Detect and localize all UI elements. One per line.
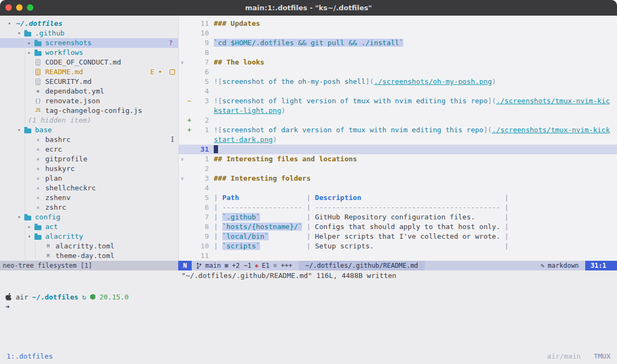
diagnostics-count: E1 — [262, 261, 269, 270]
expander-icon[interactable]: ▾ — [15, 212, 23, 222]
tree-guide — [15, 106, 25, 116]
editor-line[interactable]: 11### Updates — [179, 19, 617, 28]
editor-line[interactable]: 5![screenshot of the oh-my-posh shell](.… — [179, 77, 617, 87]
tree-item-dotfiles[interactable]: ▾~/.dotfiles — [0, 19, 178, 28]
editor-line[interactable]: 4 — [179, 87, 617, 96]
close-button[interactable] — [5, 4, 12, 11]
tree-item-1-hidden-item[interactable]: (1 hidden item) — [0, 116, 178, 125]
tree-item-code-of-conduct-md[interactable]: CODE_OF_CONDUCT.md — [0, 58, 178, 67]
editor-line[interactable]: 2 — [179, 164, 617, 174]
line-number: 11 — [193, 19, 214, 28]
line-text — [214, 145, 617, 154]
folder-icon — [23, 125, 32, 135]
tree-item-readme-md[interactable]: README.mdE • — [0, 67, 178, 77]
shell-area[interactable]: air ~/.dotfiles ↻ 20.15.0 ➜ — [0, 281, 617, 348]
tmux-window-label[interactable]: 1:.dotfiles — [6, 352, 53, 360]
tree-guide — [5, 203, 15, 212]
editor-line[interactable]: ∨3### Interesting folders — [179, 174, 617, 183]
fold-marker-icon[interactable]: ∨ — [179, 154, 186, 164]
editor-line[interactable]: ∨1## Interesting files and locations — [179, 154, 617, 164]
editor-line[interactable]: 9`cd $HOME/.dotfiles && git pull && ./in… — [179, 38, 617, 48]
editor-line[interactable]: ~3![screenshot of light version of tmux … — [179, 96, 617, 106]
editor-line[interactable]: 8 — [179, 48, 617, 58]
fold-marker-icon — [179, 19, 186, 28]
tree-item-zshenv[interactable]: ∗zshenv — [0, 193, 178, 203]
statusline-filepath: ~/.dotfiles/.github/README.md — [299, 261, 425, 270]
traffic-lights — [5, 4, 33, 11]
node-icon — [90, 294, 95, 300]
tree-guide — [15, 203, 25, 212]
tree-item-tag-changelog-config-js[interactable]: JStag-changelog-config.js — [0, 106, 178, 116]
expander-icon[interactable]: ▸ — [25, 48, 33, 58]
tree-item-bashrc[interactable]: ∗bashrcI — [0, 135, 178, 145]
expander-icon[interactable]: ▾ — [15, 28, 23, 38]
tree-item-screenshots[interactable]: ▸screenshots? — [0, 38, 178, 48]
tree-item-zshrc[interactable]: ∗zshrc — [0, 203, 178, 212]
tree-item-base[interactable]: ▾base — [0, 125, 178, 135]
expander-icon[interactable]: ▸ — [25, 222, 33, 232]
editor-line[interactable]: 10 — [179, 28, 617, 38]
editor-pane[interactable]: 11### Updates109`cd $HOME/.dotfiles && g… — [178, 16, 617, 261]
git-sign — [186, 212, 193, 222]
minimize-button[interactable] — [16, 4, 23, 11]
editor-line[interactable]: 5| Path | Description | — [179, 193, 617, 203]
tree-item-workflows[interactable]: ▸workflows — [0, 48, 178, 58]
tree-guide — [5, 77, 15, 87]
tree-item-security-md[interactable]: SECURITY.md — [0, 77, 178, 87]
tree-item-theme-day-toml[interactable]: Mtheme-day.toml — [0, 251, 178, 261]
host-label: air — [16, 293, 28, 301]
line-text: ![screenshot of dark version of tmux wit… — [214, 125, 617, 135]
fold-marker-icon[interactable]: ∨ — [179, 58, 186, 67]
expander-icon[interactable]: ▾ — [5, 19, 13, 28]
js-file-icon: JS — [33, 106, 43, 116]
tree-guide — [15, 241, 25, 251]
tree-item-huskyrc[interactable]: ∗huskyrc — [0, 164, 178, 174]
editor-line[interactable]: +1![screenshot of dark version of tmux w… — [179, 125, 617, 135]
line-text: | `scripts` | Setup scripts. | — [214, 241, 617, 251]
expander-icon[interactable]: ▾ — [15, 125, 23, 135]
tree-guide — [5, 232, 15, 241]
tree-item-shellcheckrc[interactable]: ∗shellcheckrc — [0, 183, 178, 193]
editor-line[interactable]: 7| `.github` | GitHub Repository configu… — [179, 212, 617, 222]
tree-item-github[interactable]: ▾.github — [0, 28, 178, 38]
expander-icon[interactable]: ▾ — [25, 232, 33, 241]
tree-guide — [5, 116, 15, 125]
tree-item-alacritty[interactable]: ▾alacritty — [0, 232, 178, 241]
editor-line[interactable]: 4 — [179, 183, 617, 193]
tree-item-renovate-json[interactable]: {}renovate.json — [0, 96, 178, 106]
prompt-arrow: ➜ — [5, 303, 10, 311]
tree-item-label: screenshots — [45, 38, 92, 48]
shell-input-line[interactable]: ➜ — [5, 303, 617, 312]
tree-item-alacritty-toml[interactable]: Malacritty.toml — [0, 241, 178, 251]
git-sign — [186, 67, 193, 77]
editor-line[interactable]: 6| ------------------- | ---------------… — [179, 203, 617, 212]
editor-line[interactable]: start-dark.png) — [179, 135, 617, 145]
git-sign — [186, 251, 193, 261]
line-text: | `local/bin` | Helper scripts that I've… — [214, 232, 617, 241]
line-text — [214, 28, 617, 38]
markdown-file-icon — [33, 58, 43, 67]
tree-item-gitprofile[interactable]: ∗gitprofile — [0, 154, 178, 164]
tree-item-plan[interactable]: ∗plan — [0, 174, 178, 183]
git-segment: main ▣ +2 ~1 ● E1 ⊙ +++ — [192, 261, 299, 270]
tree-item-config[interactable]: ▾config — [0, 212, 178, 222]
editor-line[interactable]: 9| `local/bin` | Helper scripts that I'v… — [179, 232, 617, 241]
editor-line[interactable]: 11 — [179, 251, 617, 261]
editor-line[interactable]: ∨7## The looks — [179, 58, 617, 67]
editor-line[interactable]: 31 — [179, 145, 617, 154]
git-sign: + — [186, 116, 193, 125]
zoom-button[interactable] — [27, 4, 33, 11]
tree-item-dependabot-yml[interactable]: ●dependabot.yml — [0, 87, 178, 96]
editor-line[interactable]: 6 — [179, 67, 617, 77]
tree-item-ecrc[interactable]: ∗ecrc — [0, 145, 178, 154]
tree-item-label: gitprofile — [45, 154, 87, 164]
editor-line[interactable]: kstart-light.png) — [179, 106, 617, 116]
tree-item-label: config — [35, 212, 60, 222]
expander-icon[interactable]: ▸ — [25, 38, 33, 48]
editor-line[interactable]: +2 — [179, 116, 617, 125]
git-sign — [186, 154, 193, 164]
editor-line[interactable]: 8| `hosts/{hostname}/` | Configs that sh… — [179, 222, 617, 232]
fold-marker-icon[interactable]: ∨ — [179, 174, 186, 183]
editor-line[interactable]: 10| `scripts` | Setup scripts. | — [179, 241, 617, 251]
tree-item-act[interactable]: ▸act — [0, 222, 178, 232]
